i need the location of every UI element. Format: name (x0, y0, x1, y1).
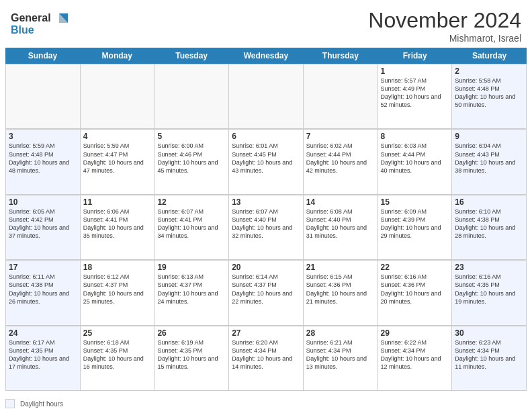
location: Mishmarot, Israel (368, 33, 521, 44)
svg-text:General: General (11, 12, 51, 24)
calendar-cell: 29Sunrise: 6:22 AM Sunset: 4:34 PM Dayli… (378, 326, 453, 391)
calendar-cell: 7Sunrise: 6:02 AM Sunset: 4:44 PM Daylig… (304, 130, 378, 194)
day-number: 18 (83, 263, 152, 272)
calendar-cell (81, 64, 155, 129)
day-number: 13 (232, 197, 300, 207)
day-detail: Sunrise: 6:19 AM Sunset: 4:35 PM Dayligh… (157, 338, 226, 371)
day-number: 4 (83, 132, 152, 141)
calendar-header-cell: Saturday (452, 48, 527, 64)
calendar-row: 1Sunrise: 5:57 AM Sunset: 4:49 PM Daylig… (5, 64, 527, 129)
calendar-header-cell: Tuesday (154, 48, 229, 64)
calendar-cell: 20Sunrise: 6:14 AM Sunset: 4:37 PM Dayli… (229, 261, 304, 325)
day-number: 23 (455, 263, 523, 272)
day-number: 29 (381, 328, 449, 338)
calendar-cell: 13Sunrise: 6:07 AM Sunset: 4:40 PM Dayli… (229, 195, 304, 260)
calendar-cell: 26Sunrise: 6:19 AM Sunset: 4:35 PM Dayli… (154, 326, 229, 391)
logo: General Blue (11, 8, 71, 41)
day-number: 3 (9, 132, 77, 141)
day-number: 7 (306, 132, 375, 141)
day-number: 20 (232, 263, 300, 272)
day-number: 17 (9, 263, 77, 272)
calendar-cell: 10Sunrise: 6:05 AM Sunset: 4:42 PM Dayli… (6, 195, 81, 260)
day-number: 10 (9, 197, 77, 207)
calendar-body: 1Sunrise: 5:57 AM Sunset: 4:49 PM Daylig… (5, 64, 527, 391)
legend: Daylight hours (0, 396, 532, 411)
calendar-cell: 2Sunrise: 5:58 AM Sunset: 4:48 PM Daylig… (452, 64, 527, 129)
day-number: 15 (381, 197, 449, 207)
logo-text: General Blue (11, 8, 71, 41)
day-number: 6 (232, 132, 300, 141)
day-number: 1 (381, 66, 449, 76)
calendar-cell: 15Sunrise: 6:09 AM Sunset: 4:39 PM Dayli… (378, 195, 453, 260)
day-detail: Sunrise: 5:57 AM Sunset: 4:49 PM Dayligh… (381, 77, 449, 109)
day-detail: Sunrise: 6:03 AM Sunset: 4:44 PM Dayligh… (381, 142, 449, 175)
day-number: 14 (306, 197, 375, 207)
calendar-row: 10Sunrise: 6:05 AM Sunset: 4:42 PM Dayli… (5, 195, 527, 260)
calendar-cell: 30Sunrise: 6:23 AM Sunset: 4:34 PM Dayli… (452, 326, 527, 391)
calendar-header-cell: Thursday (303, 48, 378, 64)
day-detail: Sunrise: 6:16 AM Sunset: 4:36 PM Dayligh… (381, 273, 449, 306)
day-detail: Sunrise: 5:59 AM Sunset: 4:47 PM Dayligh… (83, 142, 152, 175)
calendar-row: 17Sunrise: 6:11 AM Sunset: 4:38 PM Dayli… (5, 260, 527, 325)
calendar-row: 3Sunrise: 5:59 AM Sunset: 4:48 PM Daylig… (5, 129, 527, 194)
calendar-cell: 25Sunrise: 6:18 AM Sunset: 4:35 PM Dayli… (81, 326, 155, 391)
calendar-header-cell: Friday (378, 48, 452, 64)
day-detail: Sunrise: 6:07 AM Sunset: 4:41 PM Dayligh… (157, 208, 226, 240)
day-number: 2 (455, 66, 523, 76)
calendar-cell: 8Sunrise: 6:03 AM Sunset: 4:44 PM Daylig… (378, 130, 453, 194)
day-detail: Sunrise: 6:01 AM Sunset: 4:45 PM Dayligh… (232, 142, 300, 175)
page: General Blue November 2024 Mishmarot, Is… (0, 0, 532, 411)
header: General Blue November 2024 Mishmarot, Is… (0, 0, 532, 48)
calendar-cell (304, 64, 378, 129)
day-detail: Sunrise: 6:14 AM Sunset: 4:37 PM Dayligh… (232, 273, 300, 306)
day-detail: Sunrise: 6:05 AM Sunset: 4:42 PM Dayligh… (9, 208, 77, 240)
day-detail: Sunrise: 5:58 AM Sunset: 4:48 PM Dayligh… (455, 77, 523, 109)
title-section: November 2024 Mishmarot, Israel (368, 8, 521, 44)
day-detail: Sunrise: 5:59 AM Sunset: 4:48 PM Dayligh… (9, 142, 77, 175)
calendar-cell: 4Sunrise: 5:59 AM Sunset: 4:47 PM Daylig… (81, 130, 155, 194)
day-number: 19 (157, 263, 226, 272)
calendar-cell: 17Sunrise: 6:11 AM Sunset: 4:38 PM Dayli… (6, 261, 81, 325)
calendar-cell: 14Sunrise: 6:08 AM Sunset: 4:40 PM Dayli… (304, 195, 378, 260)
legend-box (5, 399, 15, 408)
day-number: 25 (83, 328, 152, 338)
day-detail: Sunrise: 6:17 AM Sunset: 4:35 PM Dayligh… (9, 338, 77, 371)
day-detail: Sunrise: 6:22 AM Sunset: 4:34 PM Dayligh… (381, 338, 449, 371)
day-detail: Sunrise: 6:00 AM Sunset: 4:46 PM Dayligh… (157, 142, 226, 175)
day-detail: Sunrise: 6:11 AM Sunset: 4:38 PM Dayligh… (9, 273, 77, 306)
day-number: 21 (306, 263, 375, 272)
day-number: 12 (157, 197, 226, 207)
calendar-header: SundayMondayTuesdayWednesdayThursdayFrid… (5, 48, 527, 64)
day-detail: Sunrise: 6:02 AM Sunset: 4:44 PM Dayligh… (306, 142, 375, 175)
calendar-cell: 6Sunrise: 6:01 AM Sunset: 4:45 PM Daylig… (229, 130, 304, 194)
day-detail: Sunrise: 6:08 AM Sunset: 4:40 PM Dayligh… (306, 208, 375, 240)
day-number: 8 (381, 132, 449, 141)
svg-text:Blue: Blue (11, 24, 34, 36)
day-number: 24 (9, 328, 77, 338)
legend-label: Daylight hours (20, 400, 63, 408)
calendar-cell: 9Sunrise: 6:04 AM Sunset: 4:43 PM Daylig… (452, 130, 527, 194)
calendar: SundayMondayTuesdayWednesdayThursdayFrid… (0, 48, 532, 396)
day-detail: Sunrise: 6:09 AM Sunset: 4:39 PM Dayligh… (381, 208, 449, 240)
day-number: 16 (455, 197, 523, 207)
calendar-cell: 18Sunrise: 6:12 AM Sunset: 4:37 PM Dayli… (81, 261, 155, 325)
day-detail: Sunrise: 6:18 AM Sunset: 4:35 PM Dayligh… (83, 338, 152, 371)
day-detail: Sunrise: 6:06 AM Sunset: 4:41 PM Dayligh… (83, 208, 152, 240)
day-number: 28 (306, 328, 375, 338)
calendar-header-cell: Wednesday (229, 48, 304, 64)
day-detail: Sunrise: 6:21 AM Sunset: 4:34 PM Dayligh… (306, 338, 375, 371)
day-number: 22 (381, 263, 449, 272)
day-number: 11 (83, 197, 152, 207)
calendar-cell: 1Sunrise: 5:57 AM Sunset: 4:49 PM Daylig… (378, 64, 453, 129)
calendar-cell (154, 64, 229, 129)
day-detail: Sunrise: 6:07 AM Sunset: 4:40 PM Dayligh… (232, 208, 300, 240)
day-detail: Sunrise: 6:04 AM Sunset: 4:43 PM Dayligh… (455, 142, 523, 175)
day-detail: Sunrise: 6:12 AM Sunset: 4:37 PM Dayligh… (83, 273, 152, 306)
calendar-cell: 28Sunrise: 6:21 AM Sunset: 4:34 PM Dayli… (304, 326, 378, 391)
day-number: 30 (455, 328, 523, 338)
calendar-header-cell: Monday (80, 48, 154, 64)
calendar-header-cell: Sunday (5, 48, 80, 64)
calendar-cell: 12Sunrise: 6:07 AM Sunset: 4:41 PM Dayli… (154, 195, 229, 260)
calendar-cell: 16Sunrise: 6:10 AM Sunset: 4:38 PM Dayli… (452, 195, 527, 260)
calendar-cell: 27Sunrise: 6:20 AM Sunset: 4:34 PM Dayli… (229, 326, 304, 391)
